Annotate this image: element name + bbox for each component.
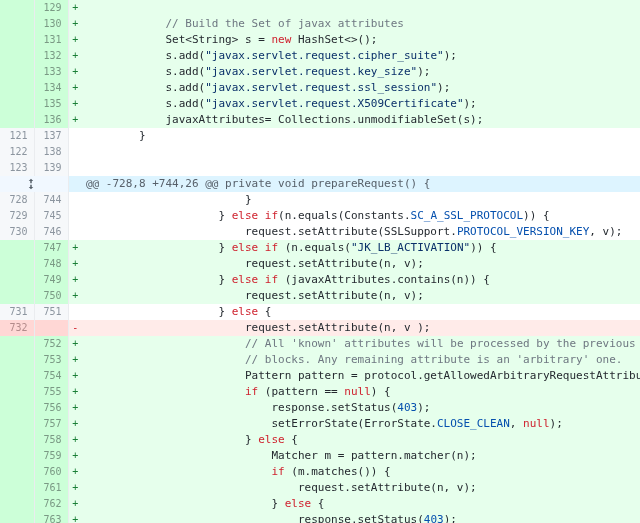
new-line-number[interactable]: 763 bbox=[34, 512, 68, 523]
code-line: // blocks. Any remaining attribute is an… bbox=[82, 352, 640, 368]
code-line: if (pattern == null) { bbox=[82, 384, 640, 400]
diff-marker: + bbox=[68, 480, 82, 496]
old-line-number[interactable] bbox=[0, 288, 34, 304]
code-line: s.add("javax.servlet.request.ssl_session… bbox=[82, 80, 640, 96]
diff-marker bbox=[68, 160, 82, 176]
old-line-number[interactable]: 731 bbox=[0, 304, 34, 320]
old-line-number[interactable] bbox=[0, 272, 34, 288]
new-line-number[interactable]: 760 bbox=[34, 464, 68, 480]
old-line-number[interactable] bbox=[0, 448, 34, 464]
diff-marker: + bbox=[68, 96, 82, 112]
old-line-number[interactable] bbox=[0, 512, 34, 523]
old-line-number[interactable]: 730 bbox=[0, 224, 34, 240]
old-line-number[interactable]: 123 bbox=[0, 160, 34, 176]
new-line-number[interactable]: 745 bbox=[34, 208, 68, 224]
new-line-number[interactable]: 759 bbox=[34, 448, 68, 464]
old-line-number[interactable] bbox=[0, 368, 34, 384]
new-line-number[interactable]: 139 bbox=[34, 160, 68, 176]
diff-marker bbox=[68, 192, 82, 208]
new-line-number[interactable]: 761 bbox=[34, 480, 68, 496]
new-line-number[interactable]: 129 bbox=[34, 0, 68, 16]
code-line: } bbox=[82, 192, 640, 208]
new-line-number[interactable]: 137 bbox=[34, 128, 68, 144]
old-line-number[interactable] bbox=[0, 416, 34, 432]
old-line-number[interactable] bbox=[0, 464, 34, 480]
diff-marker: + bbox=[68, 64, 82, 80]
unfold-icon bbox=[0, 176, 62, 192]
code-line: Set<String> s = new HashSet<>(); bbox=[82, 32, 640, 48]
old-line-number[interactable] bbox=[0, 432, 34, 448]
old-line-number[interactable] bbox=[0, 496, 34, 512]
diff-marker: + bbox=[68, 432, 82, 448]
old-line-number[interactable] bbox=[0, 96, 34, 112]
new-line-number[interactable]: 753 bbox=[34, 352, 68, 368]
old-line-number[interactable] bbox=[0, 240, 34, 256]
diff-marker: + bbox=[68, 272, 82, 288]
new-line-number[interactable]: 748 bbox=[34, 256, 68, 272]
old-line-number[interactable]: 122 bbox=[0, 144, 34, 160]
new-line-number[interactable] bbox=[34, 320, 68, 336]
old-line-number[interactable] bbox=[0, 384, 34, 400]
old-line-number[interactable] bbox=[0, 48, 34, 64]
code-line: if (m.matches()) { bbox=[82, 464, 640, 480]
old-line-number[interactable] bbox=[0, 352, 34, 368]
code-line: javaxAttributes= Collections.unmodifiabl… bbox=[82, 112, 640, 128]
code-line: request.setAttribute(SSLSupport.PROTOCOL… bbox=[82, 224, 640, 240]
code-line: } else if(n.equals(Constants.SC_A_SSL_PR… bbox=[82, 208, 640, 224]
old-line-number[interactable] bbox=[0, 16, 34, 32]
new-line-number[interactable]: 747 bbox=[34, 240, 68, 256]
new-line-number[interactable]: 751 bbox=[34, 304, 68, 320]
diff-marker: + bbox=[68, 256, 82, 272]
new-line-number[interactable]: 757 bbox=[34, 416, 68, 432]
old-line-number[interactable] bbox=[0, 64, 34, 80]
new-line-number[interactable]: 756 bbox=[34, 400, 68, 416]
diff-marker: + bbox=[68, 384, 82, 400]
old-line-number[interactable] bbox=[0, 256, 34, 272]
old-line-number[interactable]: 732 bbox=[0, 320, 34, 336]
code-line: // Build the Set of javax attributes bbox=[82, 16, 640, 32]
code-line: s.add("javax.servlet.request.cipher_suit… bbox=[82, 48, 640, 64]
diff-marker: + bbox=[68, 80, 82, 96]
new-line-number[interactable]: 750 bbox=[34, 288, 68, 304]
diff-marker: + bbox=[68, 288, 82, 304]
diff-marker bbox=[68, 208, 82, 224]
old-line-number[interactable]: 728 bbox=[0, 192, 34, 208]
new-line-number[interactable]: 746 bbox=[34, 224, 68, 240]
diff-marker: + bbox=[68, 512, 82, 523]
old-line-number[interactable] bbox=[0, 336, 34, 352]
code-line: } else { bbox=[82, 304, 640, 320]
expand-hunk-button[interactable] bbox=[0, 176, 68, 192]
code-line: response.setStatus(403); bbox=[82, 512, 640, 523]
code-line: setErrorState(ErrorState.CLOSE_CLEAN, nu… bbox=[82, 416, 640, 432]
code-line: request.setAttribute(n, v); bbox=[82, 480, 640, 496]
new-line-number[interactable]: 744 bbox=[34, 192, 68, 208]
diff-marker bbox=[68, 224, 82, 240]
old-line-number[interactable]: 121 bbox=[0, 128, 34, 144]
new-line-number[interactable]: 138 bbox=[34, 144, 68, 160]
diff-marker: + bbox=[68, 448, 82, 464]
old-line-number[interactable]: 729 bbox=[0, 208, 34, 224]
new-line-number[interactable]: 755 bbox=[34, 384, 68, 400]
new-line-number[interactable]: 135 bbox=[34, 96, 68, 112]
new-line-number[interactable]: 749 bbox=[34, 272, 68, 288]
old-line-number[interactable] bbox=[0, 480, 34, 496]
new-line-number[interactable]: 752 bbox=[34, 336, 68, 352]
new-line-number[interactable]: 754 bbox=[34, 368, 68, 384]
new-line-number[interactable]: 132 bbox=[34, 48, 68, 64]
old-line-number[interactable] bbox=[0, 112, 34, 128]
diff-marker: + bbox=[68, 240, 82, 256]
old-line-number[interactable] bbox=[0, 0, 34, 16]
new-line-number[interactable]: 134 bbox=[34, 80, 68, 96]
code-line: s.add("javax.servlet.request.X509Certifi… bbox=[82, 96, 640, 112]
diff-marker: + bbox=[68, 48, 82, 64]
new-line-number[interactable]: 136 bbox=[34, 112, 68, 128]
new-line-number[interactable]: 133 bbox=[34, 64, 68, 80]
new-line-number[interactable]: 758 bbox=[34, 432, 68, 448]
old-line-number[interactable] bbox=[0, 32, 34, 48]
old-line-number[interactable] bbox=[0, 400, 34, 416]
new-line-number[interactable]: 130 bbox=[34, 16, 68, 32]
old-line-number[interactable] bbox=[0, 80, 34, 96]
code-line bbox=[82, 144, 640, 160]
new-line-number[interactable]: 762 bbox=[34, 496, 68, 512]
new-line-number[interactable]: 131 bbox=[34, 32, 68, 48]
